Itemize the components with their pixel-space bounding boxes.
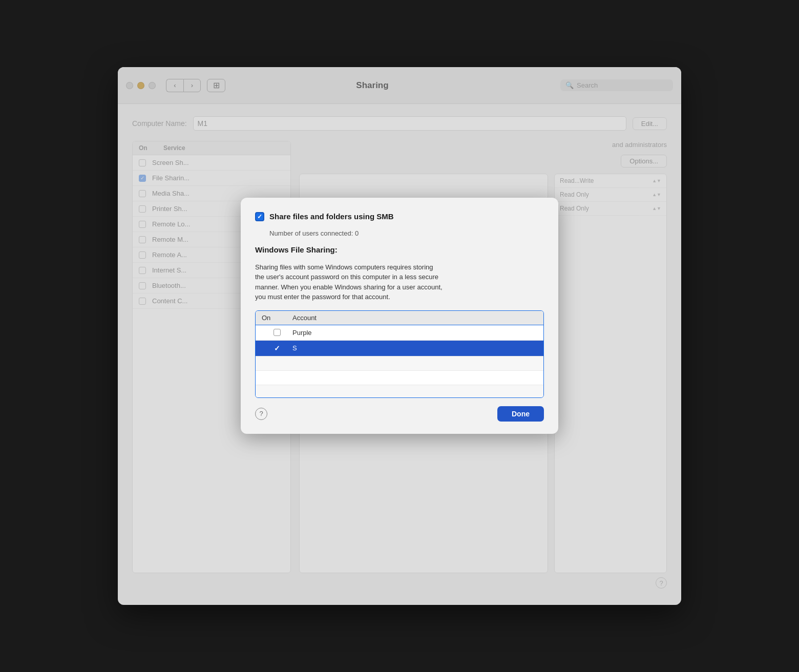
modal-overlay: Share files and folders using SMB Number… [118, 67, 681, 605]
acct-check-1: ✓ [274, 344, 280, 352]
col-on-head: On [262, 314, 292, 322]
empty-row-3 [256, 385, 543, 398]
done-button[interactable]: Done [497, 406, 544, 422]
windows-description: Sharing files with some Windows computer… [255, 262, 544, 302]
row-on-cell-0 [262, 329, 292, 336]
row-on-cell-1: ✓ [262, 344, 292, 352]
empty-row-2 [256, 371, 543, 385]
acct-checkbox-0[interactable] [274, 329, 281, 336]
modal-footer: ? Done [255, 406, 544, 422]
accounts-table: On Account Purple ✓ S [255, 310, 544, 398]
accounts-row-0[interactable]: Purple [256, 325, 543, 341]
smb-row: Share files and folders using SMB [255, 212, 544, 221]
smb-checkbox[interactable] [255, 212, 264, 221]
smb-users-count: Number of users connected: 0 [255, 229, 544, 237]
empty-row-1 [256, 356, 543, 371]
windows-section-title: Windows File Sharing: [255, 245, 544, 254]
empty-rows [256, 356, 543, 397]
row-account-1: S [292, 344, 537, 352]
accounts-table-header: On Account [256, 311, 543, 325]
main-window: ‹ › ⊞ Sharing 🔍 Computer Name: Edit... O… [118, 67, 681, 605]
col-account-head: Account [292, 314, 537, 322]
modal-help-button[interactable]: ? [255, 408, 267, 420]
modal-dialog: Share files and folders using SMB Number… [241, 198, 558, 434]
accounts-row-1[interactable]: ✓ S [256, 341, 543, 356]
smb-label: Share files and folders using SMB [269, 212, 394, 221]
row-account-0: Purple [292, 329, 537, 337]
